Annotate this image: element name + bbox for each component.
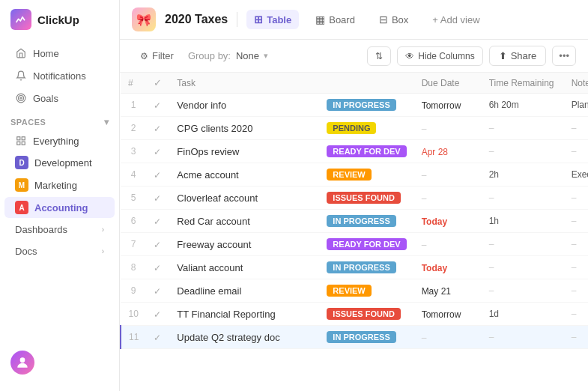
task-name: CPG clients 2020	[169, 117, 319, 140]
col-header-due: Due Date	[414, 73, 482, 94]
sidebar-item-docs[interactable]: Docs ›	[4, 241, 115, 261]
hide-columns-button[interactable]: 👁 Hide Columns	[397, 46, 482, 66]
table-row[interactable]: 6 ✓ Red Car account IN PROGRESS Today 1h…	[121, 210, 588, 233]
sidebar-footer	[0, 343, 119, 382]
row-num: 6	[121, 210, 146, 233]
row-checkbox[interactable]: ✓	[146, 210, 169, 233]
task-name: Red Car account	[169, 210, 319, 233]
task-time-remaining: –	[482, 233, 564, 256]
sidebar-item-development-label: Development	[34, 157, 92, 169]
box-icon: ⊟	[379, 13, 388, 25]
svg-rect-4	[22, 137, 25, 140]
table-row[interactable]: 4 ✓ Acme account REVIEW – 2h Execution	[121, 163, 588, 187]
sidebar: ClickUp Home Notifications Goals Spaces …	[0, 0, 120, 391]
sidebar-item-home[interactable]: Home	[4, 43, 115, 64]
toolbar-right: ⇅ 👁 Hide Columns ⬆ Share •••	[367, 46, 576, 66]
task-name: Freeway account	[169, 233, 319, 256]
row-checkbox[interactable]: ✓	[146, 94, 169, 117]
task-time-remaining: 1d	[482, 303, 564, 326]
row-num: 7	[121, 233, 146, 256]
sidebar-item-development[interactable]: D Development	[4, 152, 115, 173]
sidebar-item-dashboards[interactable]: Dashboards ›	[4, 219, 115, 240]
table-row[interactable]: 1 ✓ Vendor info IN PROGRESS Tomorrow 6h …	[121, 94, 588, 117]
sidebar-item-marketing-label: Marketing	[34, 180, 77, 191]
task-due-date: –	[414, 187, 482, 210]
row-checkbox[interactable]: ✓	[146, 187, 169, 210]
chevron-down-icon: ▾	[264, 51, 268, 61]
table-row[interactable]: 3 ✓ FinOps review READY FOR DEV Apr 28 –…	[121, 140, 588, 163]
task-time-remaining: –	[482, 279, 564, 303]
table-row[interactable]: 8 ✓ Valiant account IN PROGRESS Today – …	[121, 256, 588, 279]
task-name: Valiant account	[169, 256, 319, 279]
task-name: FinOps review	[169, 140, 319, 163]
tab-box[interactable]: ⊟ Box	[372, 10, 416, 29]
task-status: IN PROGRESS	[319, 210, 413, 233]
sidebar-item-marketing[interactable]: M Marketing	[4, 175, 115, 196]
task-status: READY FOR DEV	[319, 140, 413, 163]
task-note: –	[564, 279, 588, 303]
filter-button[interactable]: ⚙ Filter	[132, 46, 182, 65]
sidebar-item-goals-label: Goals	[33, 93, 58, 104]
row-num: 10	[121, 303, 146, 326]
row-num: 8	[121, 256, 146, 279]
sidebar-item-accounting[interactable]: A Accounting	[4, 197, 115, 218]
task-time-remaining: –	[482, 140, 564, 163]
check-all-icon[interactable]: ✓	[154, 77, 162, 88]
task-time-remaining: 1h	[482, 210, 564, 233]
task-due-date: Tomorrow	[414, 94, 482, 117]
sidebar-item-notifications[interactable]: Notifications	[4, 65, 115, 86]
app-name: ClickUp	[37, 13, 79, 26]
task-due-date: –	[414, 233, 482, 256]
goals-icon	[15, 92, 27, 104]
table-row[interactable]: 2 ✓ CPG clients 2020 PENDING – – –	[121, 117, 588, 140]
more-icon: •••	[559, 50, 569, 61]
svg-point-2	[20, 97, 22, 99]
sort-button[interactable]: ⇅	[367, 46, 391, 66]
app-logo: ClickUp	[0, 9, 119, 42]
table-row[interactable]: 7 ✓ Freeway account READY FOR DEV – – –	[121, 233, 588, 256]
row-num: 5	[121, 187, 146, 210]
sidebar-item-everything[interactable]: Everything	[4, 131, 115, 151]
tab-board[interactable]: ▦ Board	[308, 10, 363, 29]
table-row[interactable]: 11 ✓ Update Q2 strategy doc IN PROGRESS …	[121, 326, 588, 349]
row-num: 9	[121, 279, 146, 303]
share-button[interactable]: ⬆ Share	[489, 46, 547, 66]
task-note: Execution	[564, 163, 588, 187]
sidebar-item-goals[interactable]: Goals	[4, 88, 115, 109]
task-due-date: Today	[414, 210, 482, 233]
table-icon: ⊞	[254, 13, 263, 25]
row-checkbox[interactable]: ✓	[146, 140, 169, 163]
task-time-remaining: –	[482, 187, 564, 210]
col-header-note: Note	[564, 73, 588, 94]
tab-table[interactable]: ⊞ Table	[246, 10, 299, 29]
task-status: REVIEW	[319, 163, 413, 187]
task-time-remaining: 6h 20m	[482, 94, 564, 117]
task-note: –	[564, 233, 588, 256]
row-checkbox[interactable]: ✓	[146, 256, 169, 279]
sidebar-item-accounting-label: Accounting	[34, 202, 88, 213]
project-icon: 🎀	[132, 7, 156, 31]
row-checkbox[interactable]: ✓	[146, 326, 169, 349]
task-name: TT Financial Reporting	[169, 303, 319, 326]
col-header-status	[319, 73, 413, 94]
user-avatar[interactable]	[10, 351, 34, 375]
more-options-button[interactable]: •••	[552, 46, 576, 66]
group-by[interactable]: Group by: None ▾	[188, 50, 268, 61]
row-checkbox[interactable]: ✓	[146, 117, 169, 140]
add-view-button[interactable]: + Add view	[425, 10, 487, 29]
task-due-date: May 21	[414, 279, 482, 303]
row-checkbox[interactable]: ✓	[146, 233, 169, 256]
row-checkbox[interactable]: ✓	[146, 163, 169, 187]
task-time-remaining: 2h	[482, 163, 564, 187]
task-status: ISSUES FOUND	[319, 303, 413, 326]
task-note: –	[564, 303, 588, 326]
row-checkbox[interactable]: ✓	[146, 303, 169, 326]
board-icon: ▦	[315, 13, 325, 25]
task-status: READY FOR DEV	[319, 233, 413, 256]
table-row[interactable]: 5 ✓ Cloverleaf account ISSUES FOUND – – …	[121, 187, 588, 210]
svg-point-1	[19, 96, 24, 101]
table-row[interactable]: 9 ✓ Deadline email REVIEW May 21 – –	[121, 279, 588, 303]
task-status: IN PROGRESS	[319, 256, 413, 279]
table-row[interactable]: 10 ✓ TT Financial Reporting ISSUES FOUND…	[121, 303, 588, 326]
row-checkbox[interactable]: ✓	[146, 279, 169, 303]
